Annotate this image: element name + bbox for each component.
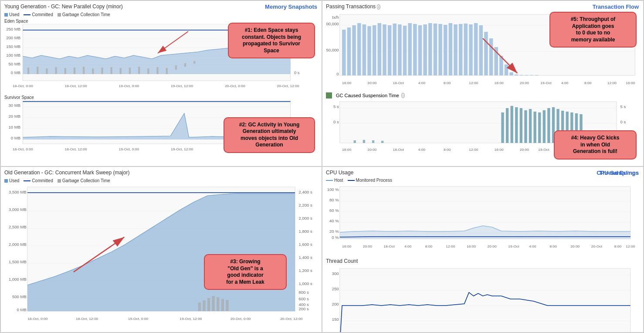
svg-rect-137 [524, 110, 527, 143]
svg-text:8:00: 8:00 [614, 245, 622, 248]
svg-text:0 MB: 0 MB [17, 308, 27, 312]
svg-text:40 %: 40 % [329, 219, 339, 223]
svg-text:80 %: 80 % [329, 198, 339, 202]
svg-rect-97 [489, 38, 493, 75]
svg-text:500 MB: 500 MB [12, 295, 27, 299]
svg-rect-78 [393, 24, 397, 75]
svg-text:20:00: 20:00 [488, 245, 497, 248]
svg-rect-20 [55, 67, 57, 74]
svg-text:18-Oct, 0:00: 18-Oct, 0:00 [27, 317, 48, 321]
svg-text:0 s: 0 s [620, 120, 626, 124]
svg-text:8:00: 8:00 [425, 245, 433, 248]
svg-rect-25 [101, 68, 103, 74]
svg-text:8:00: 8:00 [550, 245, 557, 248]
svg-text:19-Oct, 12:00: 19-Oct, 12:00 [180, 317, 202, 321]
svg-rect-71 [357, 23, 361, 75]
svg-rect-104 [525, 75, 528, 75]
svg-text:200: 200 [332, 302, 339, 306]
svg-rect-196 [203, 300, 205, 311]
legend-committed: Committed [24, 12, 53, 17]
svg-rect-27 [120, 68, 122, 74]
svg-text:0: 0 [336, 72, 339, 76]
panel-cpu-thread: CPU Usage CPU Samplings Host Monitored P… [322, 166, 644, 333]
svg-rect-89 [449, 23, 452, 75]
svg-text:8:00: 8:00 [444, 148, 451, 152]
svg-text:0 MB: 0 MB [11, 136, 20, 140]
svg-rect-85 [428, 23, 432, 75]
svg-rect-82 [413, 24, 417, 75]
svg-text:20:00: 20:00 [367, 81, 377, 85]
gc-info-icon: i [401, 93, 405, 98]
legend-host: Host [326, 178, 343, 183]
svg-rect-34 [184, 63, 186, 67]
svg-text:4:00: 4:00 [404, 245, 412, 248]
svg-text:12:00: 12:00 [446, 245, 455, 248]
svg-rect-83 [418, 25, 422, 75]
panel-title-right-transaction-flow: Transaction Flow [593, 3, 639, 10]
svg-rect-200 [221, 299, 224, 311]
thread-count-title: Thread Count [326, 258, 358, 264]
svg-rect-28 [129, 68, 131, 74]
svg-rect-75 [378, 23, 381, 75]
svg-text:300: 300 [332, 272, 339, 276]
svg-text:20:00: 20:00 [363, 245, 373, 248]
legend-used-old-label: Used [9, 178, 19, 183]
thread-title-right: Thread Dumps [599, 170, 639, 176]
svg-text:2,400 s: 2,400 s [299, 190, 313, 194]
svg-text:0 s: 0 s [333, 120, 339, 124]
svg-text:19-Oct, 0:00: 19-Oct, 0:00 [119, 147, 139, 151]
svg-rect-238 [340, 268, 630, 333]
svg-text:60 %: 60 % [329, 208, 339, 213]
legend-cpu: Host Monitored Process [326, 178, 640, 183]
panel-transactions: Passing Transactions i Transaction Flow … [322, 0, 644, 166]
svg-text:100 %: 100 % [327, 187, 339, 192]
svg-rect-92 [464, 24, 468, 75]
svg-text:19-Oct, 0:00: 19-Oct, 0:00 [128, 317, 149, 321]
svg-text:20:00: 20:00 [520, 148, 529, 152]
svg-text:50 MB: 50 MB [9, 62, 20, 66]
panel-title-young-gen: Young Generation - GC: New Parallel Copy… [4, 3, 123, 10]
svg-text:4:00: 4:00 [418, 148, 426, 152]
svg-text:19-Oct: 19-Oct [508, 245, 519, 248]
svg-rect-91 [459, 24, 462, 75]
svg-text:150 MB: 150 MB [6, 44, 20, 49]
svg-rect-17 [27, 68, 29, 74]
svg-text:19-Oct, 0:00: 19-Oct, 0:00 [119, 84, 139, 88]
legend-used-label: Used [9, 12, 19, 17]
svg-text:20:00: 20:00 [367, 148, 377, 152]
svg-text:18-Oct, 12:00: 18-Oct, 12:00 [65, 84, 88, 88]
svg-text:100,000: 100,000 [326, 22, 339, 26]
svg-text:12:00: 12:00 [469, 81, 478, 85]
svg-text:100 MB: 100 MB [6, 53, 20, 58]
svg-text:19-Oct: 19-Oct [538, 148, 549, 152]
svg-rect-70 [352, 25, 356, 75]
panel-title-transactions: Passing Transactions i [326, 3, 380, 10]
svg-rect-128 [354, 140, 356, 143]
committed-old-icon [24, 180, 31, 181]
svg-rect-22 [74, 68, 75, 74]
svg-text:20:00: 20:00 [520, 81, 529, 85]
svg-rect-74 [373, 25, 376, 75]
annotation-2: #2: GC Activity in YoungGeneration ultim… [224, 117, 315, 153]
svg-rect-136 [520, 108, 522, 143]
svg-rect-18 [37, 67, 38, 74]
svg-text:2,200 s: 2,200 s [299, 203, 313, 207]
svg-text:200 MB: 200 MB [6, 36, 20, 40]
svg-rect-129 [363, 140, 365, 143]
svg-text:20-Oct, 0:00: 20-Oct, 0:00 [225, 84, 245, 88]
panel-title-right-memory: Memory Snapshots [265, 3, 317, 10]
svg-text:4:00: 4:00 [561, 81, 569, 85]
svg-rect-142 [547, 108, 550, 143]
svg-rect-133 [506, 108, 508, 143]
svg-text:50,000: 50,000 [326, 48, 339, 52]
svg-text:4:00: 4:00 [529, 245, 536, 248]
svg-text:8:00: 8:00 [444, 81, 451, 85]
svg-text:20 %: 20 % [329, 229, 339, 234]
svg-text:10 MB: 10 MB [9, 125, 20, 129]
svg-rect-95 [479, 25, 483, 75]
panel-old-generation: Old Generation - GC: Concurrent Mark Swe… [0, 166, 322, 333]
gc-suspension-label: GC Caused Suspension Time [336, 93, 399, 98]
svg-text:19-Oct, 12:00: 19-Oct, 12:00 [171, 84, 193, 88]
legend-used: Used [4, 12, 19, 17]
svg-rect-132 [501, 112, 504, 143]
